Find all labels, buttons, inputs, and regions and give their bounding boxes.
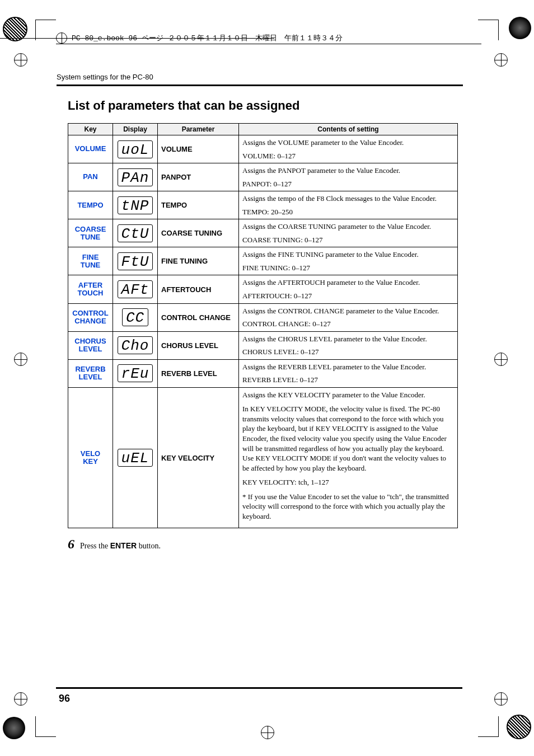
- segment-display-icon: uEL: [118, 449, 153, 467]
- breadcrumb: System settings for the PC-80: [57, 73, 463, 84]
- table-key-cell: COARSETUNE: [68, 219, 113, 247]
- table-display-cell: PAn: [113, 163, 158, 191]
- table-parameter-cell: COARSE TUNING: [158, 219, 239, 247]
- table-row: FINETUNEFtUFINE TUNINGAssigns the FINE T…: [68, 247, 458, 275]
- register-mark-icon: [261, 726, 274, 739]
- step-instruction: 6 Press the ENTER button.: [68, 537, 463, 551]
- segment-display-icon: PAn: [118, 168, 153, 186]
- page-title: List of parameters that can be assigned: [68, 98, 463, 113]
- table-key-cell: TEMPO: [68, 191, 113, 219]
- col-display: Display: [113, 124, 158, 135]
- col-parameter: Parameter: [158, 124, 239, 135]
- table-display-cell: tNP: [113, 191, 158, 219]
- segment-display-icon: Cho: [118, 336, 153, 354]
- table-row: COARSETUNECtUCOARSE TUNINGAssigns the CO…: [68, 219, 458, 247]
- table-display-cell: uoL: [113, 135, 158, 163]
- table-parameter-cell: REVERB LEVEL: [158, 359, 239, 387]
- segment-display-icon: AFt: [118, 280, 153, 298]
- table-desc-cell: Assigns the CONTROL CHANGE parameter to …: [239, 303, 458, 331]
- col-key: Key: [68, 124, 113, 135]
- print-mark-icon: [3, 717, 25, 739]
- table-row: CONTROLCHANGECCCONTROL CHANGEAssigns the…: [68, 303, 458, 331]
- register-mark-icon: [494, 353, 508, 366]
- parameter-table: Key Display Parameter Contents of settin…: [68, 123, 458, 528]
- divider: [57, 84, 463, 86]
- table-desc-cell: Assigns the COARSE TUNING parameter to t…: [239, 219, 458, 247]
- table-header-row: Key Display Parameter Contents of settin…: [68, 124, 458, 135]
- table-parameter-cell: PANPOT: [158, 163, 239, 191]
- table-parameter-cell: CHORUS LEVEL: [158, 331, 239, 359]
- table-key-cell: PAN: [68, 163, 113, 191]
- segment-display-icon: CC: [122, 308, 148, 326]
- page-number: 96: [59, 693, 70, 705]
- table-key-cell: FINETUNE: [68, 247, 113, 275]
- table-display-cell: AFt: [113, 275, 158, 303]
- register-mark-icon: [14, 53, 27, 67]
- print-mark-icon: [507, 715, 531, 739]
- table-desc-cell: Assigns the CHORUS LEVEL parameter to th…: [239, 331, 458, 359]
- table-display-cell: Cho: [113, 331, 158, 359]
- table-parameter-cell: TEMPO: [158, 191, 239, 219]
- table-display-cell: rEu: [113, 359, 158, 387]
- table-parameter-cell: CONTROL CHANGE: [158, 303, 239, 331]
- step-number: 6: [68, 537, 74, 551]
- table-desc-cell: Assigns the FINE TUNING parameter to the…: [239, 247, 458, 275]
- table-display-cell: FtU: [113, 247, 158, 275]
- register-mark-icon: [494, 53, 508, 67]
- segment-display-icon: tNP: [118, 196, 153, 214]
- table-desc-cell: Assigns the VOLUME parameter to the Valu…: [239, 135, 458, 163]
- print-mark-icon: [509, 17, 531, 39]
- segment-display-icon: uoL: [118, 140, 153, 158]
- table-parameter-cell: VOLUME: [158, 135, 239, 163]
- divider: [56, 687, 462, 689]
- table-row: TEMPOtNPTEMPOAssigns the tempo of the F8…: [68, 191, 458, 219]
- segment-display-icon: CtU: [118, 224, 153, 242]
- table-key-cell: CHORUSLEVEL: [68, 331, 113, 359]
- step-text: Press the ENTER button.: [80, 541, 161, 551]
- table-desc-cell: Assigns the AFTERTOUCH parameter to the …: [239, 275, 458, 303]
- table-desc-cell: Assigns the REVERB LEVEL parameter to th…: [239, 359, 458, 387]
- table-key-cell: AFTERTOUCH: [68, 275, 113, 303]
- register-mark-icon: [494, 692, 508, 706]
- table-key-cell: VELOKEY: [68, 387, 113, 528]
- table-row: VELOKEYuELKEY VELOCITYAssigns the KEY VE…: [68, 387, 458, 528]
- table-display-cell: CtU: [113, 219, 158, 247]
- table-display-cell: uEL: [113, 387, 158, 528]
- table-parameter-cell: AFTERTOUCH: [158, 275, 239, 303]
- col-contents: Contents of setting: [239, 124, 458, 135]
- table-row: REVERBLEVELrEuREVERB LEVELAssigns the RE…: [68, 359, 458, 387]
- table-parameter-cell: FINE TUNING: [158, 247, 239, 275]
- table-row: AFTERTOUCHAFtAFTERTOUCHAssigns the AFTER…: [68, 275, 458, 303]
- register-mark-icon: [56, 32, 67, 44]
- table-row: CHORUSLEVELChoCHORUS LEVELAssigns the CH…: [68, 331, 458, 359]
- table-row: VOLUMEuoLVOLUMEAssigns the VOLUME parame…: [68, 135, 458, 163]
- table-key-cell: CONTROLCHANGE: [68, 303, 113, 331]
- table-key-cell: REVERBLEVEL: [68, 359, 113, 387]
- segment-display-icon: FtU: [118, 252, 153, 270]
- table-display-cell: CC: [113, 303, 158, 331]
- segment-display-icon: rEu: [118, 364, 153, 382]
- table-desc-cell: Assigns the KEY VELOCITY parameter to th…: [239, 387, 458, 528]
- enter-label: ENTER: [110, 541, 137, 550]
- table-desc-cell: Assigns the tempo of the F8 Clock messag…: [239, 191, 458, 219]
- register-mark-icon: [14, 353, 27, 366]
- table-parameter-cell: KEY VELOCITY: [158, 387, 239, 528]
- divider: [56, 44, 481, 44]
- table-key-cell: VOLUME: [68, 135, 113, 163]
- table-row: PANPAnPANPOTAssigns the PANPOT parameter…: [68, 163, 458, 191]
- doc-header: PC-80_e.book 96 ページ ２００５年１１月１０日 木曜日 午前１１…: [56, 32, 481, 44]
- register-mark-icon: [14, 692, 27, 706]
- table-desc-cell: Assigns the PANPOT parameter to the Valu…: [239, 163, 458, 191]
